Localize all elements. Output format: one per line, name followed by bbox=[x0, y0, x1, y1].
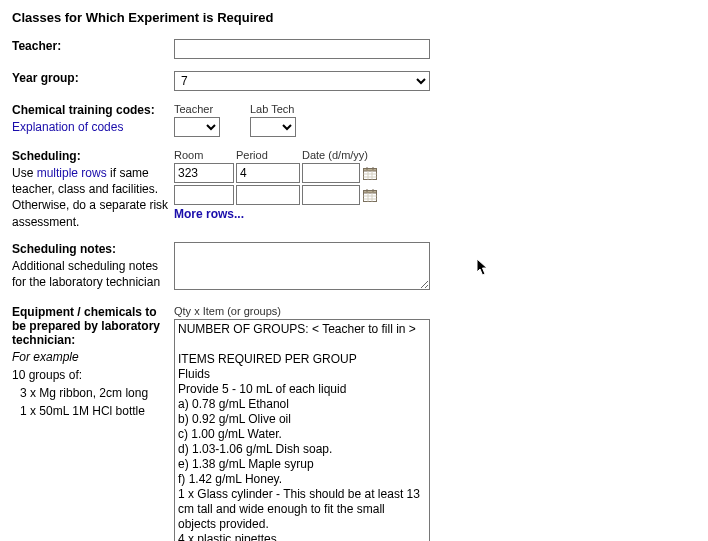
date-input[interactable] bbox=[302, 163, 360, 183]
notes-textarea[interactable] bbox=[174, 242, 430, 290]
codes-labtech-label: Lab Tech bbox=[250, 103, 296, 115]
notes-label: Scheduling notes: bbox=[12, 242, 174, 256]
scheduling-row: Scheduling: Use multiple rows if same te… bbox=[12, 149, 696, 230]
svg-rect-9 bbox=[364, 191, 377, 194]
calendar-icon[interactable] bbox=[363, 188, 377, 202]
equipment-label: Equipment / chemicals to be prepared by … bbox=[12, 305, 174, 347]
col-room-label: Room bbox=[174, 149, 236, 161]
date-input[interactable] bbox=[302, 185, 360, 205]
codes-teacher-label: Teacher bbox=[174, 103, 220, 115]
year-group-row: Year group: 7 bbox=[12, 71, 696, 91]
teacher-label: Teacher: bbox=[12, 39, 61, 53]
period-input[interactable] bbox=[236, 185, 300, 205]
scheduling-label: Scheduling: bbox=[12, 149, 174, 163]
year-group-select[interactable]: 7 bbox=[174, 71, 430, 91]
equipment-example-line2: 3 x Mg ribbon, 2cm long bbox=[12, 385, 174, 401]
equipment-example-label: For example bbox=[12, 349, 174, 365]
training-codes-label: Chemical training codes: bbox=[12, 103, 174, 117]
equipment-example-line3: 1 x 50mL 1M HCl bottle bbox=[12, 403, 174, 419]
more-rows-link[interactable]: More rows... bbox=[174, 207, 244, 221]
scheduling-hint: Use multiple rows if same teacher, class… bbox=[12, 165, 174, 230]
page-title: Classes for Which Experiment is Required bbox=[12, 10, 696, 25]
equipment-textarea[interactable] bbox=[174, 319, 430, 541]
scheduling-header: Room Period Date (d/m/yy) bbox=[174, 149, 696, 161]
teacher-input[interactable] bbox=[174, 39, 430, 59]
notes-hint: Additional scheduling notes for the labo… bbox=[12, 258, 174, 290]
calendar-icon[interactable] bbox=[363, 166, 377, 180]
room-input[interactable] bbox=[174, 163, 234, 183]
equipment-hint: Qty x Item (or groups) bbox=[174, 305, 696, 317]
scheduling-row-1 bbox=[174, 163, 696, 183]
col-period-label: Period bbox=[236, 149, 302, 161]
room-input[interactable] bbox=[174, 185, 234, 205]
teacher-row: Teacher: bbox=[12, 39, 696, 59]
explanation-link[interactable]: Explanation of codes bbox=[12, 120, 123, 134]
multiple-rows-link[interactable]: multiple rows bbox=[37, 166, 107, 180]
col-date-label: Date (d/m/yy) bbox=[302, 149, 382, 161]
period-input[interactable] bbox=[236, 163, 300, 183]
codes-teacher-select[interactable] bbox=[174, 117, 220, 137]
equipment-example-line1: 10 groups of: bbox=[12, 367, 174, 383]
year-group-label: Year group: bbox=[12, 71, 79, 85]
codes-labtech-select[interactable] bbox=[250, 117, 296, 137]
scheduling-row-2 bbox=[174, 185, 696, 205]
training-codes-row: Chemical training codes: Explanation of … bbox=[12, 103, 696, 137]
equipment-row: Equipment / chemicals to be prepared by … bbox=[12, 305, 696, 541]
svg-rect-1 bbox=[364, 169, 377, 172]
notes-row: Scheduling notes: Additional scheduling … bbox=[12, 242, 696, 293]
